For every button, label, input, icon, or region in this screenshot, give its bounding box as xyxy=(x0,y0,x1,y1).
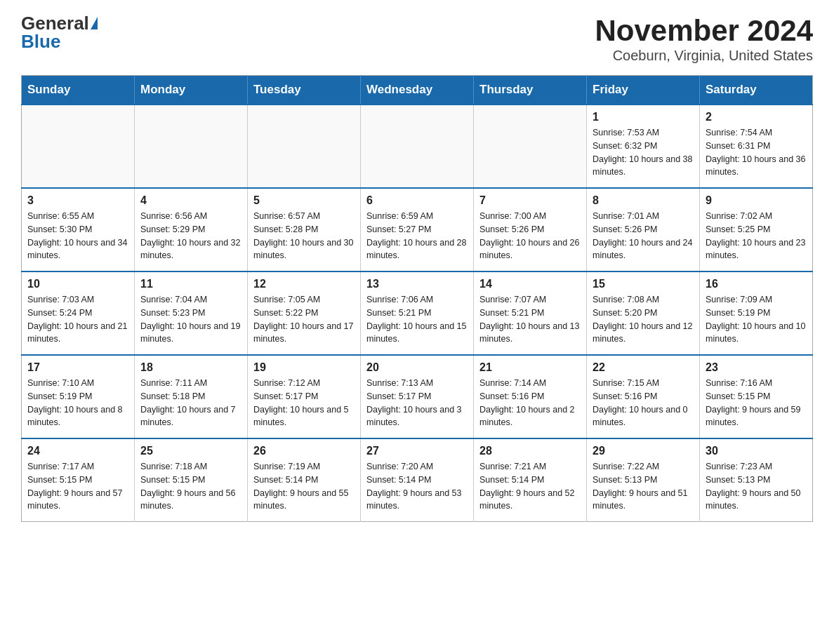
day-info: Sunrise: 7:00 AMSunset: 5:26 PMDaylight:… xyxy=(479,210,581,262)
day-info: Sunrise: 7:14 AMSunset: 5:16 PMDaylight:… xyxy=(479,377,581,429)
day-number: 17 xyxy=(27,361,128,374)
calendar-cell: 29Sunrise: 7:22 AMSunset: 5:13 PMDayligh… xyxy=(587,438,700,522)
calendar-cell: 22Sunrise: 7:15 AMSunset: 5:16 PMDayligh… xyxy=(587,355,700,438)
day-number: 21 xyxy=(479,361,581,374)
calendar-cell: 5Sunrise: 6:57 AMSunset: 5:28 PMDaylight… xyxy=(248,188,361,271)
day-number: 4 xyxy=(140,194,241,207)
day-number: 25 xyxy=(140,445,241,457)
calendar-cell: 13Sunrise: 7:06 AMSunset: 5:21 PMDayligh… xyxy=(361,271,474,355)
day-number: 23 xyxy=(706,361,807,374)
day-number: 7 xyxy=(479,194,581,207)
day-info: Sunrise: 6:59 AMSunset: 5:27 PMDaylight:… xyxy=(366,210,468,262)
day-info: Sunrise: 7:08 AMSunset: 5:20 PMDaylight:… xyxy=(593,293,694,346)
calendar-cell xyxy=(248,105,361,188)
logo-general-text: General xyxy=(21,14,89,32)
calendar-cell: 15Sunrise: 7:08 AMSunset: 5:20 PMDayligh… xyxy=(587,271,700,355)
day-info: Sunrise: 7:20 AMSunset: 5:14 PMDaylight:… xyxy=(366,460,468,513)
calendar-cell: 3Sunrise: 6:55 AMSunset: 5:30 PMDaylight… xyxy=(22,188,135,271)
day-number: 30 xyxy=(706,445,807,457)
page-header: General Blue November 2024 Coeburn, Virg… xyxy=(21,14,813,64)
day-info: Sunrise: 7:02 AMSunset: 5:25 PMDaylight:… xyxy=(706,210,807,262)
day-info: Sunrise: 7:15 AMSunset: 5:16 PMDaylight:… xyxy=(593,377,694,429)
calendar-cell: 26Sunrise: 7:19 AMSunset: 5:14 PMDayligh… xyxy=(248,438,361,522)
day-info: Sunrise: 7:12 AMSunset: 5:17 PMDaylight:… xyxy=(253,377,355,429)
day-number: 29 xyxy=(593,445,694,457)
calendar-day-header: Wednesday xyxy=(361,76,474,105)
calendar-week-row: 3Sunrise: 6:55 AMSunset: 5:30 PMDaylight… xyxy=(22,188,813,271)
calendar-day-header: Sunday xyxy=(22,76,135,105)
day-info: Sunrise: 7:04 AMSunset: 5:23 PMDaylight:… xyxy=(140,293,241,346)
day-number: 5 xyxy=(253,194,355,207)
day-number: 26 xyxy=(253,445,355,457)
day-number: 15 xyxy=(593,278,694,290)
day-number: 10 xyxy=(27,278,128,290)
calendar-cell: 11Sunrise: 7:04 AMSunset: 5:23 PMDayligh… xyxy=(135,271,248,355)
calendar-cell: 8Sunrise: 7:01 AMSunset: 5:26 PMDaylight… xyxy=(587,188,700,271)
logo: General Blue xyxy=(21,14,98,51)
calendar-cell: 1Sunrise: 7:53 AMSunset: 6:32 PMDaylight… xyxy=(587,105,700,188)
calendar-cell: 10Sunrise: 7:03 AMSunset: 5:24 PMDayligh… xyxy=(22,271,135,355)
day-info: Sunrise: 6:57 AMSunset: 5:28 PMDaylight:… xyxy=(253,210,355,262)
calendar-cell: 9Sunrise: 7:02 AMSunset: 5:25 PMDaylight… xyxy=(700,188,813,271)
day-info: Sunrise: 7:21 AMSunset: 5:14 PMDaylight:… xyxy=(479,460,581,513)
day-number: 3 xyxy=(27,194,128,207)
day-info: Sunrise: 7:06 AMSunset: 5:21 PMDaylight:… xyxy=(366,293,468,346)
day-info: Sunrise: 7:05 AMSunset: 5:22 PMDaylight:… xyxy=(253,293,355,346)
day-info: Sunrise: 7:17 AMSunset: 5:15 PMDaylight:… xyxy=(27,460,128,513)
day-number: 16 xyxy=(706,278,807,290)
day-info: Sunrise: 7:01 AMSunset: 5:26 PMDaylight:… xyxy=(593,210,694,262)
day-number: 6 xyxy=(366,194,468,207)
calendar-cell xyxy=(135,105,248,188)
calendar-day-header: Thursday xyxy=(474,76,587,105)
calendar-cell: 4Sunrise: 6:56 AMSunset: 5:29 PMDaylight… xyxy=(135,188,248,271)
page-subtitle: Coeburn, Virginia, United States xyxy=(595,48,813,64)
calendar-cell xyxy=(474,105,587,188)
day-number: 1 xyxy=(593,111,694,123)
calendar-week-row: 24Sunrise: 7:17 AMSunset: 5:15 PMDayligh… xyxy=(22,438,813,522)
logo-triangle-icon xyxy=(91,17,98,29)
calendar-cell: 17Sunrise: 7:10 AMSunset: 5:19 PMDayligh… xyxy=(22,355,135,438)
day-info: Sunrise: 6:55 AMSunset: 5:30 PMDaylight:… xyxy=(27,210,128,262)
day-info: Sunrise: 7:07 AMSunset: 5:21 PMDaylight:… xyxy=(479,293,581,346)
day-number: 24 xyxy=(27,445,128,457)
day-info: Sunrise: 7:13 AMSunset: 5:17 PMDaylight:… xyxy=(366,377,468,429)
calendar-week-row: 17Sunrise: 7:10 AMSunset: 5:19 PMDayligh… xyxy=(22,355,813,438)
calendar-header-row: SundayMondayTuesdayWednesdayThursdayFrid… xyxy=(22,76,813,105)
calendar-cell: 18Sunrise: 7:11 AMSunset: 5:18 PMDayligh… xyxy=(135,355,248,438)
day-number: 9 xyxy=(706,194,807,207)
calendar-day-header: Monday xyxy=(135,76,248,105)
calendar-cell: 7Sunrise: 7:00 AMSunset: 5:26 PMDaylight… xyxy=(474,188,587,271)
day-info: Sunrise: 7:22 AMSunset: 5:13 PMDaylight:… xyxy=(593,460,694,513)
day-info: Sunrise: 7:09 AMSunset: 5:19 PMDaylight:… xyxy=(706,293,807,346)
day-info: Sunrise: 7:53 AMSunset: 6:32 PMDaylight:… xyxy=(593,126,694,179)
day-info: Sunrise: 7:54 AMSunset: 6:31 PMDaylight:… xyxy=(706,126,807,179)
page-title: November 2024 xyxy=(595,14,813,48)
logo-blue-text: Blue xyxy=(21,32,60,51)
calendar-day-header: Friday xyxy=(587,76,700,105)
day-info: Sunrise: 7:23 AMSunset: 5:13 PMDaylight:… xyxy=(706,460,807,513)
calendar-cell xyxy=(22,105,135,188)
calendar-table: SundayMondayTuesdayWednesdayThursdayFrid… xyxy=(21,75,813,522)
calendar-cell: 30Sunrise: 7:23 AMSunset: 5:13 PMDayligh… xyxy=(700,438,813,522)
calendar-day-header: Saturday xyxy=(700,76,813,105)
calendar-cell: 28Sunrise: 7:21 AMSunset: 5:14 PMDayligh… xyxy=(474,438,587,522)
day-number: 18 xyxy=(140,361,241,374)
day-info: Sunrise: 7:10 AMSunset: 5:19 PMDaylight:… xyxy=(27,377,128,429)
title-block: November 2024 Coeburn, Virginia, United … xyxy=(595,14,813,64)
calendar-cell: 27Sunrise: 7:20 AMSunset: 5:14 PMDayligh… xyxy=(361,438,474,522)
calendar-cell: 14Sunrise: 7:07 AMSunset: 5:21 PMDayligh… xyxy=(474,271,587,355)
day-number: 13 xyxy=(366,278,468,290)
day-number: 11 xyxy=(140,278,241,290)
day-number: 27 xyxy=(366,445,468,457)
day-info: Sunrise: 7:19 AMSunset: 5:14 PMDaylight:… xyxy=(253,460,355,513)
calendar-cell: 24Sunrise: 7:17 AMSunset: 5:15 PMDayligh… xyxy=(22,438,135,522)
calendar-day-header: Tuesday xyxy=(248,76,361,105)
day-number: 8 xyxy=(593,194,694,207)
calendar-cell: 2Sunrise: 7:54 AMSunset: 6:31 PMDaylight… xyxy=(700,105,813,188)
calendar-cell: 19Sunrise: 7:12 AMSunset: 5:17 PMDayligh… xyxy=(248,355,361,438)
calendar-cell: 23Sunrise: 7:16 AMSunset: 5:15 PMDayligh… xyxy=(700,355,813,438)
calendar-week-row: 1Sunrise: 7:53 AMSunset: 6:32 PMDaylight… xyxy=(22,105,813,188)
calendar-cell: 12Sunrise: 7:05 AMSunset: 5:22 PMDayligh… xyxy=(248,271,361,355)
day-number: 28 xyxy=(479,445,581,457)
day-info: Sunrise: 7:11 AMSunset: 5:18 PMDaylight:… xyxy=(140,377,241,429)
